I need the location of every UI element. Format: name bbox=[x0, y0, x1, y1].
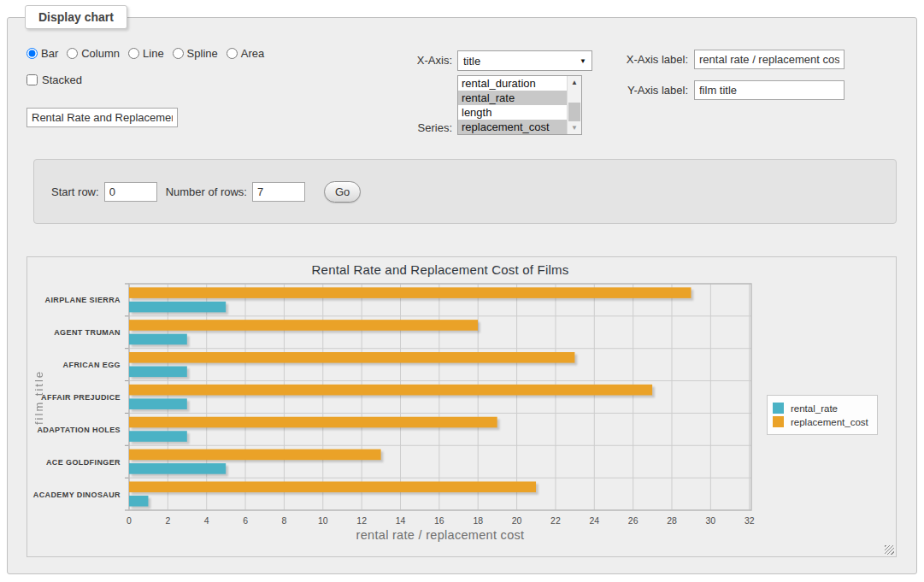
chart-type-area-radio[interactable] bbox=[227, 48, 238, 59]
x-tick-label: 2 bbox=[165, 515, 170, 526]
chart-type-column[interactable]: Column bbox=[67, 47, 120, 60]
bar-replacement_cost-AIRPLANE SIERRA bbox=[129, 287, 691, 298]
chart-x-axis-title: rental rate / replacement cost bbox=[129, 528, 751, 542]
chart-type-spline-label: Spline bbox=[187, 47, 218, 60]
chart-type-spline[interactable]: Spline bbox=[173, 47, 218, 60]
bar-rental_rate-ACE GOLDFINGER bbox=[129, 463, 226, 474]
x-tick-label: 20 bbox=[512, 515, 522, 526]
bar-replacement_cost-ACE GOLDFINGER bbox=[129, 450, 381, 461]
chart-type-area-label: Area bbox=[241, 47, 264, 60]
x-axis-select[interactable]: title ▼ bbox=[457, 50, 592, 71]
chart-type-spline-radio[interactable] bbox=[173, 48, 184, 59]
x-tick-label: 26 bbox=[628, 515, 639, 526]
x-tick-label: 30 bbox=[706, 515, 716, 526]
legend-item-replacement_cost: replacement_cost bbox=[773, 416, 868, 427]
legend-label-replacement_cost: replacement_cost bbox=[791, 417, 868, 427]
chart-type-line-label: Line bbox=[143, 47, 164, 60]
category-label: ADAPTATION HOLES bbox=[37, 426, 121, 434]
x-tick-label: 28 bbox=[667, 515, 677, 526]
bar-rental_rate-ACADEMY DINOSAUR bbox=[129, 496, 148, 507]
series-option-rental_rate[interactable]: rental_rate bbox=[458, 91, 567, 105]
legend-swatch-rental_rate bbox=[773, 403, 784, 414]
chart-type-bar-radio[interactable] bbox=[26, 48, 38, 59]
x-tick-label: 10 bbox=[318, 515, 328, 526]
category-label: ACE GOLDFINGER bbox=[46, 458, 121, 467]
start-row-input[interactable] bbox=[104, 182, 157, 202]
bar-replacement_cost-AGENT TRUMAN bbox=[129, 320, 478, 331]
x-tick-label: 24 bbox=[589, 515, 599, 526]
stacked-label: Stacked bbox=[42, 73, 82, 86]
series-listbox-label: Series: bbox=[384, 121, 452, 134]
rows-panel: Start row: Number of rows: Go bbox=[33, 159, 897, 224]
x-axis-select-label: X-Axis: bbox=[367, 54, 452, 67]
y-axis-label-input[interactable] bbox=[694, 80, 845, 100]
bar-replacement_cost-ACADEMY DINOSAUR bbox=[129, 481, 536, 492]
x-tick-label: 18 bbox=[473, 515, 483, 526]
chart-container: Rental Rate and Replacement Cost of Film… bbox=[26, 256, 897, 557]
bar-rental_rate-AIRPLANE SIERRA bbox=[129, 302, 226, 313]
num-rows-label: Number of rows: bbox=[166, 185, 247, 198]
category-label: AFRICAN EGG bbox=[63, 361, 121, 369]
bar-chart: AIRPLANE SIERRAAGENT TRUMANAFRICAN EGGAF… bbox=[27, 257, 896, 556]
category-label: AGENT TRUMAN bbox=[54, 328, 121, 337]
chart-type-line-radio[interactable] bbox=[128, 48, 139, 59]
series-option-rental_duration[interactable]: rental_duration bbox=[458, 76, 567, 91]
category-label: AFFAIR PREJUDICE bbox=[41, 393, 121, 402]
x-axis-selected-value: title bbox=[463, 55, 480, 68]
stacked-checkbox[interactable] bbox=[26, 74, 38, 85]
series-scrollbar[interactable]: ▲ ▼ bbox=[567, 76, 581, 134]
bar-rental_rate-AGENT TRUMAN bbox=[129, 334, 187, 345]
legend-item-rental_rate: rental_rate bbox=[773, 403, 868, 414]
x-axis-label-input[interactable] bbox=[694, 50, 845, 69]
x-tick-label: 4 bbox=[204, 515, 209, 526]
category-label: ACADEMY DINOSAUR bbox=[33, 491, 121, 499]
chart-type-area[interactable]: Area bbox=[227, 47, 264, 60]
x-tick-labels: 02468101214161820222426283032 bbox=[127, 515, 755, 526]
resize-handle-icon[interactable] bbox=[885, 545, 894, 555]
scrollbar-thumb[interactable] bbox=[568, 103, 580, 121]
chart-type-column-radio[interactable] bbox=[67, 48, 78, 59]
chart-type-bar-label: Bar bbox=[41, 47, 58, 60]
x-tick-label: 22 bbox=[550, 515, 561, 526]
display-chart-fieldset: Display chart Bar Column Line Spline Are… bbox=[7, 17, 917, 574]
x-tick-label: 32 bbox=[744, 515, 755, 526]
x-axis-label-label: X-Axis label: bbox=[606, 53, 688, 66]
legend-swatch-replacement_cost bbox=[773, 416, 784, 427]
stacked-option[interactable]: Stacked bbox=[26, 73, 82, 86]
bar-rental_rate-AFFAIR PREJUDICE bbox=[129, 398, 187, 409]
chart-title-input[interactable] bbox=[26, 108, 178, 127]
num-rows-input[interactable] bbox=[252, 182, 305, 202]
series-options: rental_durationrental_ratelengthreplacem… bbox=[458, 76, 567, 134]
y-axis-label-label: Y-Axis label: bbox=[606, 84, 688, 97]
bar-replacement_cost-AFFAIR PREJUDICE bbox=[129, 385, 652, 396]
scrollbar-down-icon[interactable]: ▼ bbox=[568, 121, 581, 134]
go-button[interactable]: Go bbox=[324, 181, 361, 203]
bar-rental_rate-AFRICAN EGG bbox=[129, 367, 187, 378]
chart-type-group: Bar Column Line Spline Area bbox=[26, 47, 264, 60]
dropdown-arrow-icon: ▼ bbox=[580, 57, 586, 65]
x-tick-label: 8 bbox=[282, 515, 287, 526]
x-tick-label: 12 bbox=[356, 515, 367, 526]
x-tick-label: 16 bbox=[434, 515, 444, 526]
chart-type-bar[interactable]: Bar bbox=[26, 47, 58, 60]
bar-rental_rate-ADAPTATION HOLES bbox=[129, 431, 187, 442]
category-label: AIRPLANE SIERRA bbox=[44, 296, 121, 304]
chart-legend: rental_ratereplacement_cost bbox=[767, 395, 878, 435]
series-option-length[interactable]: length bbox=[458, 105, 567, 120]
series-listbox[interactable]: rental_durationrental_ratelengthreplacem… bbox=[457, 75, 582, 135]
x-tick-label: 0 bbox=[127, 515, 132, 526]
chart-type-line[interactable]: Line bbox=[128, 47, 164, 60]
bar-replacement_cost-ADAPTATION HOLES bbox=[129, 417, 497, 428]
x-tick-label: 6 bbox=[243, 515, 248, 526]
fieldset-legend: Display chart bbox=[25, 5, 127, 29]
legend-label-rental_rate: rental_rate bbox=[791, 403, 838, 414]
scrollbar-up-icon[interactable]: ▲ bbox=[568, 76, 581, 89]
x-tick-label: 14 bbox=[396, 515, 406, 526]
bar-replacement_cost-AFRICAN EGG bbox=[129, 352, 574, 363]
chart-type-column-label: Column bbox=[81, 47, 120, 60]
series-option-replacement_cost[interactable]: replacement_cost bbox=[458, 120, 567, 134]
start-row-label: Start row: bbox=[51, 185, 99, 198]
